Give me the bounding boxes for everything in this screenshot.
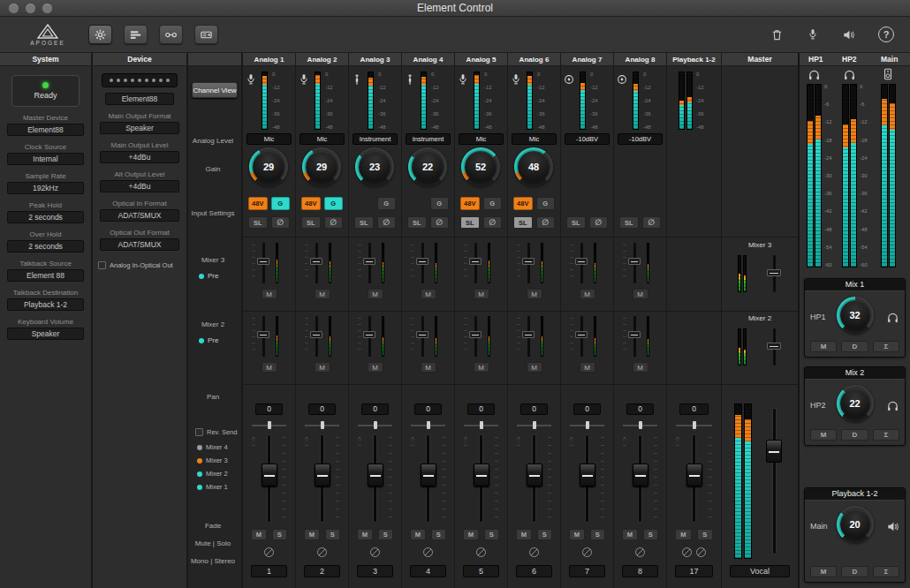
gain-knob[interactable]: 29 — [302, 147, 341, 186]
group-button[interactable]: G — [536, 197, 556, 210]
group-button[interactable]: G — [271, 197, 291, 210]
gain-knob[interactable]: 52 — [461, 147, 500, 186]
input-type-select[interactable]: Mic — [512, 133, 557, 145]
field-value-main-output-level[interactable]: +4dBu — [100, 151, 179, 163]
phase-button[interactable]: ∅ — [589, 216, 609, 229]
input-type-select[interactable]: Instrument — [406, 133, 451, 145]
pan-thumb[interactable] — [586, 421, 589, 429]
gain-knob[interactable]: 22 — [408, 147, 447, 186]
pan-slider[interactable] — [411, 421, 445, 429]
mute-button[interactable]: M — [251, 529, 267, 540]
pan-slider[interactable] — [676, 421, 712, 429]
mute-button[interactable]: M — [421, 362, 436, 373]
mute-button[interactable]: M — [304, 529, 320, 540]
fader-thumb[interactable] — [766, 440, 782, 463]
fader-thumb[interactable] — [257, 331, 269, 338]
mute-button[interactable]: M — [262, 362, 277, 373]
mute-button[interactable]: M — [580, 362, 595, 373]
mono-stereo-button[interactable] — [582, 547, 592, 557]
mute-button[interactable]: M — [421, 289, 436, 299]
field-value-talkback-source[interactable]: Element 88 — [7, 269, 84, 282]
monitor-level-knob[interactable]: 22 — [837, 385, 874, 422]
fader-thumb[interactable] — [310, 258, 322, 265]
fader-thumb[interactable] — [469, 258, 482, 265]
mix-dim-button[interactable]: D — [841, 341, 868, 352]
pan-slider[interactable] — [358, 421, 392, 429]
input-type-select[interactable]: -10dBV — [618, 133, 663, 145]
mixer-select-mixer-1[interactable]: Mixer 1 — [197, 483, 228, 491]
pan-slider[interactable] — [517, 421, 551, 429]
mono-stereo-button[interactable] — [476, 547, 486, 557]
mix-dim-button[interactable]: D — [841, 429, 868, 441]
solo-button[interactable]: S — [643, 529, 659, 540]
phase-button[interactable]: ∅ — [642, 216, 662, 229]
fader-thumb[interactable] — [767, 343, 781, 350]
input-type-select[interactable]: -10dBV — [565, 133, 610, 145]
fader-thumb[interactable] — [580, 464, 595, 486]
gain-knob[interactable]: 48 — [514, 147, 553, 186]
mix-dim-button[interactable]: D — [841, 566, 868, 577]
toolbar-meters-button[interactable] — [124, 25, 148, 44]
fader-thumb[interactable] — [416, 331, 428, 338]
soft-limit-button[interactable]: SL — [619, 216, 639, 229]
toolbar-device-button[interactable] — [194, 25, 218, 44]
soft-limit-button[interactable]: SL — [566, 216, 586, 229]
mute-button[interactable]: M — [527, 362, 542, 373]
mute-button[interactable]: M — [580, 289, 595, 299]
minimize-window-button[interactable] — [26, 4, 35, 13]
mixer-select-mixer-4[interactable]: Mixer 4 — [197, 443, 228, 451]
mixer2-pre-toggle[interactable]: Pre — [199, 336, 218, 344]
toolbar-routing-button[interactable] — [159, 25, 183, 44]
group-button[interactable]: G — [324, 197, 344, 210]
fader-thumb[interactable] — [522, 258, 535, 265]
mute-button[interactable]: M — [368, 289, 383, 299]
phase-button[interactable]: ∅ — [483, 216, 503, 229]
mute-button[interactable]: M — [633, 289, 648, 299]
solo-button[interactable]: S — [484, 529, 500, 540]
field-value-master-device[interactable]: Element88 — [7, 124, 84, 136]
phase-button[interactable]: ∅ — [536, 216, 556, 229]
gain-knob[interactable]: 29 — [249, 147, 288, 186]
pan-thumb[interactable] — [639, 421, 642, 429]
pan-thumb[interactable] — [533, 421, 536, 429]
pan-slider[interactable] — [464, 421, 498, 429]
mixer-select-mixer-2[interactable]: Mixer 2 — [197, 470, 228, 478]
mute-button[interactable]: M — [474, 362, 489, 373]
toolbar-help-button[interactable]: ? — [878, 26, 894, 42]
mute-button[interactable]: M — [474, 289, 489, 299]
soft-limit-button[interactable]: SL — [354, 216, 374, 229]
analog-in-optical-out-checkbox[interactable]: Analog In-Optical Out — [98, 261, 181, 269]
fader-thumb[interactable] — [262, 464, 277, 486]
pan-slider[interactable] — [305, 421, 339, 429]
phase-button[interactable]: ∅ — [324, 216, 344, 229]
fader-thumb[interactable] — [469, 331, 482, 338]
pan-thumb[interactable] — [374, 421, 377, 429]
group-button[interactable]: G — [430, 197, 450, 210]
fader-thumb[interactable] — [363, 258, 375, 265]
fader-track[interactable] — [773, 409, 776, 554]
fader-thumb[interactable] — [368, 464, 383, 486]
fader-thumb[interactable] — [257, 258, 269, 265]
field-value-optical-in-format[interactable]: ADAT/SMUX — [100, 209, 179, 222]
field-value-talkback-destination[interactable]: Playback 1-2 — [7, 298, 84, 311]
fader-thumb[interactable] — [474, 464, 489, 486]
pan-thumb[interactable] — [480, 421, 483, 429]
field-value-clock-source[interactable]: Internal — [7, 153, 84, 165]
mono-stereo-button[interactable] — [529, 547, 539, 557]
fader-thumb[interactable] — [628, 258, 641, 265]
monitor-level-knob[interactable]: 32 — [837, 297, 874, 334]
mix-mute-button[interactable]: M — [810, 341, 837, 352]
toolbar-talkback-button[interactable] — [807, 28, 819, 41]
solo-button[interactable]: S — [697, 529, 714, 540]
phantom-power-button[interactable]: 48V — [513, 197, 533, 210]
mix-mute-button[interactable]: M — [810, 566, 837, 577]
mono-stereo-button[interactable] — [635, 547, 645, 557]
fader-thumb[interactable] — [416, 258, 428, 265]
fader-thumb[interactable] — [686, 464, 702, 486]
pan-thumb[interactable] — [693, 421, 696, 429]
fader-thumb[interactable] — [633, 464, 648, 486]
phase-button[interactable]: ∅ — [271, 216, 291, 229]
solo-button[interactable]: S — [325, 529, 341, 540]
mute-button[interactable]: M — [527, 289, 542, 299]
mute-button[interactable]: M — [315, 289, 330, 299]
